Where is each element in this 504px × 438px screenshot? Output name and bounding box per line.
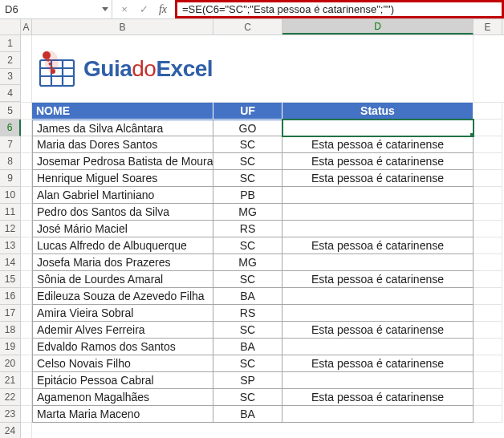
cell-status[interactable] — [282, 187, 474, 204]
row-header[interactable]: 18 — [0, 322, 21, 339]
cell[interactable] — [21, 406, 32, 423]
cell-status[interactable] — [282, 288, 474, 305]
col-header-D[interactable]: D — [282, 19, 474, 34]
cell-uf[interactable]: RS — [213, 305, 282, 322]
row-header[interactable]: 5 — [0, 103, 21, 120]
cell[interactable] — [474, 136, 502, 153]
cell-nome[interactable]: Lucas Alfredo de Albuquerque — [32, 237, 213, 254]
cell[interactable] — [474, 305, 502, 322]
cell-status[interactable] — [282, 221, 474, 237]
row-header[interactable]: 11 — [0, 204, 21, 221]
cell[interactable] — [21, 103, 32, 120]
select-all-corner[interactable] — [0, 19, 21, 34]
cell-nome[interactable]: Maria das Dores Santos — [32, 136, 213, 153]
cell-uf[interactable]: SC — [213, 322, 282, 339]
accept-formula-icon[interactable]: ✓ — [135, 2, 152, 18]
cell[interactable] — [21, 389, 32, 406]
cell-nome[interactable]: Celso Novais Filho — [32, 355, 213, 372]
cell[interactable] — [21, 187, 32, 204]
row-header[interactable]: 7 — [0, 136, 21, 153]
cell[interactable] — [474, 322, 502, 339]
cell[interactable] — [21, 221, 32, 237]
row-header[interactable]: 1 — [0, 35, 21, 52]
cell-nome[interactable]: Edvaldo Ramos dos Santos — [32, 339, 213, 355]
cell[interactable] — [21, 355, 32, 372]
cell-nome[interactable]: Sônia de Lourdes Amaral — [32, 271, 213, 288]
row-header[interactable]: 12 — [0, 221, 21, 237]
cell-reference[interactable]: D6 — [0, 3, 99, 15]
cell-uf[interactable]: SC — [213, 389, 282, 406]
cell-nome[interactable]: Marta Maria Maceno — [32, 406, 213, 423]
cell-uf[interactable]: BA — [213, 339, 282, 355]
cell[interactable] — [21, 339, 32, 355]
row-header[interactable]: 10 — [0, 187, 21, 204]
cell-status[interactable] — [282, 254, 474, 271]
cell-nome[interactable]: José Mário Maciel — [32, 221, 213, 237]
cell[interactable] — [474, 204, 502, 221]
cell[interactable] — [474, 372, 502, 389]
cell-uf[interactable]: SP — [213, 372, 282, 389]
cell-status[interactable] — [282, 406, 474, 423]
cell[interactable] — [474, 187, 502, 204]
cell-uf[interactable]: BA — [213, 288, 282, 305]
cell-nome[interactable]: Ademir Alves Ferreira — [32, 322, 213, 339]
insert-function-icon[interactable]: fx — [154, 2, 172, 18]
cell[interactable] — [21, 204, 32, 221]
cell-uf[interactable]: PB — [213, 187, 282, 204]
cell-nome[interactable]: Amira Vieira Sobral — [32, 305, 213, 322]
cell-uf[interactable]: SC — [213, 237, 282, 254]
cell-uf[interactable]: SC — [213, 153, 282, 170]
cell-status[interactable]: Esta pessoa é catarinense — [282, 355, 474, 372]
cell-nome[interactable]: Epitácio Pessoa Cabral — [32, 372, 213, 389]
cell-status[interactable]: Esta pessoa é catarinense — [282, 237, 474, 254]
cell[interactable] — [474, 120, 502, 136]
cell-uf[interactable]: BA — [213, 406, 282, 423]
table-header-uf[interactable]: UF — [213, 103, 282, 120]
name-box[interactable]: D6 — [0, 0, 112, 18]
cell-status[interactable]: Esta pessoa é catarinense — [282, 136, 474, 153]
col-header-A[interactable]: A — [21, 19, 32, 34]
cell[interactable] — [474, 355, 502, 372]
cell-uf[interactable]: GO — [213, 120, 282, 136]
row-header[interactable]: 24 — [0, 423, 21, 438]
cell[interactable] — [282, 423, 474, 438]
cell-uf[interactable]: SC — [213, 355, 282, 372]
row-header[interactable]: 15 — [0, 271, 21, 288]
row-header[interactable]: 14 — [0, 254, 21, 271]
cell[interactable] — [21, 153, 32, 170]
cell[interactable] — [21, 237, 32, 254]
cell[interactable] — [474, 237, 502, 254]
cell[interactable] — [474, 103, 502, 120]
cell[interactable] — [474, 288, 502, 305]
row-header[interactable]: 3 — [0, 69, 21, 86]
name-box-dropdown-icon[interactable] — [99, 7, 112, 12]
cell-status[interactable]: Esta pessoa é catarinense — [282, 153, 474, 170]
col-header-C[interactable]: C — [213, 19, 282, 34]
cell[interactable] — [21, 120, 32, 136]
cell[interactable] — [474, 406, 502, 423]
row-header[interactable]: 13 — [0, 237, 21, 254]
table-header-status[interactable]: Status — [282, 103, 474, 120]
cell[interactable] — [21, 372, 32, 389]
cancel-formula-icon[interactable]: × — [116, 2, 133, 18]
row-header[interactable]: 6 — [0, 120, 21, 136]
cell[interactable] — [474, 153, 502, 170]
cell[interactable] — [474, 423, 502, 438]
cell-nome[interactable]: Josemar Pedrosa Batista de Moura — [32, 153, 213, 170]
cell[interactable] — [21, 322, 32, 339]
cell[interactable] — [21, 305, 32, 322]
cell[interactable] — [21, 35, 32, 103]
cell[interactable] — [32, 423, 213, 438]
formula-input[interactable]: =SE(C6="SC";"Esta pessoa é catarinense";… — [175, 0, 504, 18]
cell[interactable] — [213, 423, 282, 438]
col-header-E[interactable]: E — [474, 19, 502, 34]
cell-status[interactable] — [282, 305, 474, 322]
cell[interactable] — [21, 288, 32, 305]
cell[interactable] — [474, 339, 502, 355]
col-header-B[interactable]: B — [32, 19, 213, 34]
row-header[interactable]: 9 — [0, 170, 21, 187]
cell[interactable] — [21, 136, 32, 153]
cell-uf[interactable]: SC — [213, 136, 282, 153]
cell-nome[interactable]: Josefa Maria dos Prazeres — [32, 254, 213, 271]
cell-status[interactable] — [282, 204, 474, 221]
